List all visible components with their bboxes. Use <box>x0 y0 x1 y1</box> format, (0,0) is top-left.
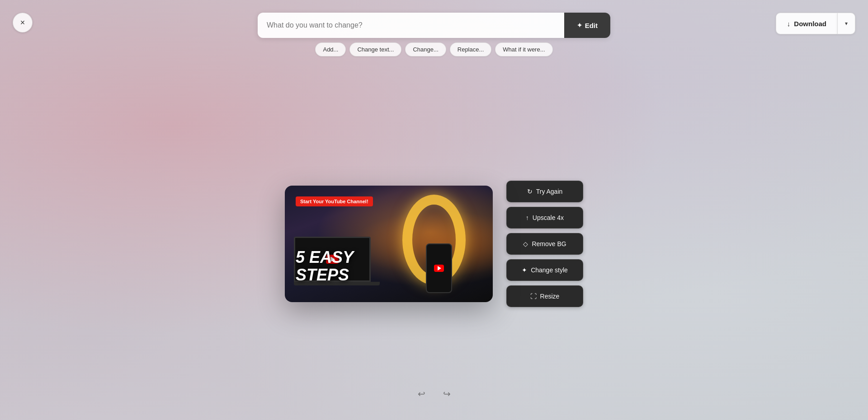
close-icon: × <box>20 18 25 28</box>
download-area: ↓ Download ▾ <box>776 13 855 34</box>
search-row: ✦ Edit <box>258 13 610 38</box>
change-style-icon: ✦ <box>522 266 527 274</box>
chevron-down-icon: ▾ <box>845 20 848 27</box>
chip-what-if[interactable]: What if it were... <box>495 42 552 56</box>
chip-change[interactable]: Change... <box>405 42 446 56</box>
change-style-button[interactable]: ✦ Change style <box>506 259 583 281</box>
chips-row: Add... Change text... Change... Replace.… <box>315 42 552 56</box>
download-button[interactable]: ↓ Download <box>776 13 837 34</box>
close-button[interactable]: × <box>13 13 33 33</box>
download-icon: ↓ <box>787 20 791 28</box>
thumbnail-background: Start Your YouTube Channel! 5 EASY STEPS <box>285 186 493 302</box>
sparkle-icon: ✦ <box>577 22 582 29</box>
upscale-button[interactable]: ↑ Upscale 4x <box>506 207 583 229</box>
search-input[interactable] <box>258 13 564 38</box>
thumbnail-badge: Start Your YouTube Channel! <box>296 196 373 206</box>
chip-add[interactable]: Add... <box>315 42 346 56</box>
phone-youtube-icon <box>434 265 444 272</box>
chip-change-text[interactable]: Change text... <box>349 42 401 56</box>
top-bar: ✦ Edit Add... Change text... Change... R… <box>258 13 610 56</box>
remove-bg-button[interactable]: ◇ Remove BG <box>506 233 583 255</box>
download-label: Download <box>794 20 826 28</box>
edit-label: Edit <box>585 22 598 29</box>
remove-bg-label: Remove BG <box>532 240 566 247</box>
resize-button[interactable]: ⛶ Resize <box>506 285 583 307</box>
resize-icon: ⛶ <box>530 293 537 300</box>
upscale-label: Upscale 4x <box>533 214 564 221</box>
refresh-icon: ↻ <box>527 188 533 195</box>
action-panel: ↻ Try Again ↑ Upscale 4x ◇ Remove BG ✦ C… <box>506 181 583 307</box>
remove-bg-icon: ◇ <box>523 240 528 247</box>
change-style-label: Change style <box>531 266 568 274</box>
thumbnail-image: Start Your YouTube Channel! 5 EASY STEPS <box>285 186 493 302</box>
redo-icon: ↪ <box>443 388 451 399</box>
try-again-label: Try Again <box>536 188 563 195</box>
try-again-button[interactable]: ↻ Try Again <box>506 181 583 202</box>
thumbnail-title: 5 EASY STEPS <box>296 248 354 284</box>
undo-button[interactable]: ↩ <box>413 386 429 402</box>
canvas-area: Start Your YouTube Channel! 5 EASY STEPS… <box>0 68 868 420</box>
chip-replace[interactable]: Replace... <box>450 42 492 56</box>
edit-button[interactable]: ✦ Edit <box>564 13 610 38</box>
upscale-icon: ↑ <box>526 214 529 221</box>
redo-button[interactable]: ↪ <box>439 386 455 402</box>
undo-icon: ↩ <box>418 388 425 399</box>
resize-label: Resize <box>540 293 560 300</box>
download-dropdown-button[interactable]: ▾ <box>837 13 855 34</box>
phone-shape <box>426 243 452 293</box>
undo-redo-bar: ↩ ↪ <box>413 386 455 402</box>
